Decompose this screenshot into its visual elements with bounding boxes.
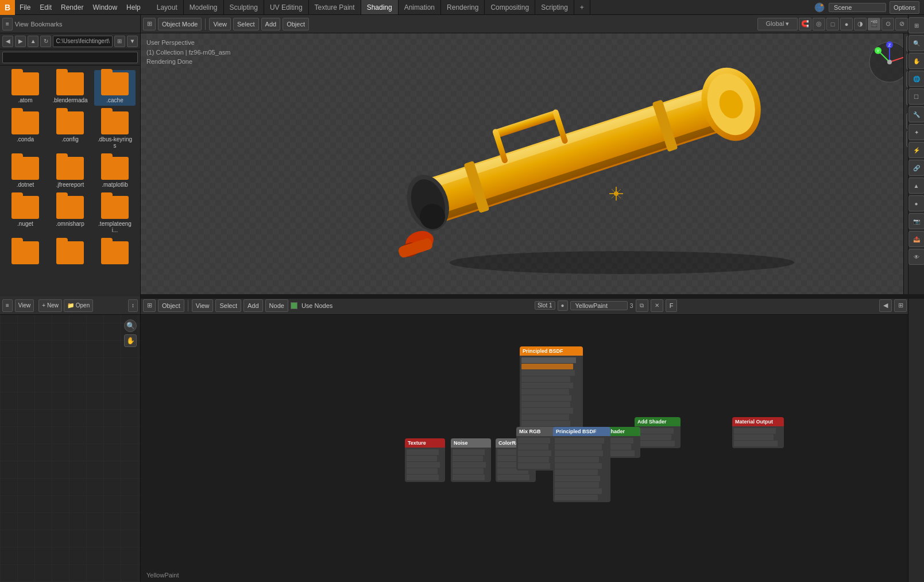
list-item[interactable]: .blendermada [49,70,91,106]
grid-view-btn[interactable]: ⊞ [114,36,125,47]
constraints-icon[interactable]: 🔗 [908,160,925,176]
second-bsdf-node[interactable]: Principled BSDF [553,427,610,502]
up-btn[interactable]: ▲ [28,36,38,47]
list-item[interactable]: .jfreereport [49,155,91,190]
xray-btn[interactable]: ⊘ [895,18,908,30]
forward-btn[interactable]: ▶ [15,36,26,47]
editor-type-icon[interactable]: ⊞ [143,18,156,30]
hand-icon[interactable]: ✋ [124,334,137,347]
node-editor-type-icon[interactable]: ⊞ [143,299,156,312]
menu-help[interactable]: Help [122,0,145,14]
list-item[interactable] [94,239,136,267]
tab-animation[interactable]: Animation [399,0,441,14]
list-item[interactable]: .nuget [5,194,46,236]
view-props-icon[interactable]: 👁 [908,249,925,265]
slot-selector[interactable]: Slot 1 [535,301,555,310]
material-name[interactable]: YellowPaint [570,301,628,310]
scene-icon[interactable]: ✋ [908,53,925,69]
filter-btn[interactable]: ▼ [127,36,138,47]
texture-node-1[interactable]: Texture [405,438,445,482]
node-toolbar-extra[interactable]: ⊞ [894,299,907,312]
output-icon[interactable]: 📤 [908,231,925,247]
proportional-btn[interactable]: ◎ [813,18,825,30]
scene-selector[interactable]: Scene [829,3,886,12]
use-nodes-checkbox[interactable] [291,302,297,309]
options-button[interactable]: Options [890,1,919,14]
object-props-icon[interactable]: ☐ [908,88,925,105]
list-item[interactable] [5,239,46,267]
path-bar[interactable]: C:\Users\feichtingert\ [53,36,112,47]
list-item[interactable]: .dotnet [5,155,46,190]
back-btn[interactable]: ◀ [2,36,13,47]
material-delete-btn[interactable]: ✕ [651,299,663,312]
add-btn[interactable]: Add [261,18,281,30]
properties-active-tools-icon[interactable]: ⊞ [908,17,925,33]
node-select-btn[interactable]: Select [215,299,241,312]
node-view-btn[interactable]: View [192,299,214,312]
tab-add[interactable]: + [574,0,590,14]
object-btn[interactable]: Object [283,18,309,30]
list-item[interactable]: .atom [5,70,46,106]
list-item[interactable]: .templateengi... [94,194,136,236]
list-item[interactable]: .dbus-keyrings [94,109,136,151]
particles-icon[interactable]: ✦ [908,124,925,140]
node-object-btn[interactable]: Object [158,299,184,312]
material-preview-btn[interactable]: ◑ [854,18,867,30]
panel-type-btn[interactable]: ≡ [2,18,13,30]
tab-modeling[interactable]: Modeling [184,0,224,14]
tab-shading[interactable]: Shading [361,0,399,14]
view-layer-icon[interactable]: 🔍 [908,35,925,51]
tab-sculpting[interactable]: Sculpting [224,0,264,14]
tab-layout[interactable]: Layout [151,0,184,14]
overlay-btn[interactable]: ⊙ [882,18,894,30]
list-item[interactable]: .omnisharp [49,194,91,236]
physics-icon[interactable]: ⚡ [908,142,925,158]
list-item[interactable]: .conda [5,109,46,151]
material-copy-btn[interactable]: ⧉ [636,299,648,312]
rendered-btn[interactable]: 🎬 [868,18,880,30]
tab-scripting[interactable]: Scripting [535,0,574,14]
panel-divider[interactable] [141,294,924,299]
global-transform-btn[interactable]: Global ▾ [757,18,798,30]
list-item[interactable]: .config [49,109,91,151]
fake-user-btn[interactable]: F [666,299,678,312]
refresh-btn[interactable]: ↻ [40,36,51,47]
render-icon[interactable]: 📷 [908,213,925,229]
lbp-extra-btn[interactable]: ↕ [128,299,138,312]
mix-rgb-node[interactable]: Mix RGB [516,427,556,471]
snap-btn[interactable]: 🧲 [799,18,811,30]
wireframe-btn[interactable]: □ [826,18,839,30]
select-btn[interactable]: Select [233,18,259,30]
node-canvas[interactable]: Principled BSDF Add Shader [141,315,924,582]
list-item[interactable]: .matplotlib [94,155,136,190]
data-icon[interactable]: ▲ [908,178,925,194]
lbp-open-btn[interactable]: 📁 Open [64,299,93,312]
noise-node[interactable]: Noise [451,438,491,482]
tab-rendering[interactable]: Rendering [441,0,485,14]
viewport-canvas[interactable]: User Perspective (1) Collection | fz96-m… [141,33,924,296]
menu-edit[interactable]: Edit [35,0,56,14]
list-item[interactable]: .cache [94,70,136,106]
node-toolbar-extra-left[interactable]: ◀ [879,299,892,312]
material-icon[interactable]: ● [908,195,925,211]
magnify-icon[interactable]: 🔍 [124,319,137,332]
modifier-icon[interactable]: 🔧 [908,106,925,122]
tab-texture-paint[interactable]: Texture Paint [309,0,361,14]
search-input[interactable] [2,52,138,63]
tab-uv-editing[interactable]: UV Editing [264,0,309,14]
menu-window[interactable]: Window [88,0,122,14]
node-add-btn[interactable]: Add [243,299,263,312]
tab-compositing[interactable]: Compositing [485,0,535,14]
view-btn[interactable]: View [209,18,231,30]
menu-file[interactable]: File [15,0,35,14]
menu-render[interactable]: Render [56,0,88,14]
object-mode-btn[interactable]: Object Mode [158,18,202,30]
solid-btn[interactable]: ● [840,18,853,30]
lbp-type-btn[interactable]: ≡ [2,299,13,312]
node-node-btn[interactable]: Node [265,299,288,312]
lbp-view-btn[interactable]: View [15,299,34,312]
material-output-node[interactable]: Material Output [732,417,784,448]
world-icon[interactable]: 🌐 [908,71,925,87]
list-item[interactable] [49,239,91,267]
add-shader-node[interactable]: Add Shader [635,417,681,448]
